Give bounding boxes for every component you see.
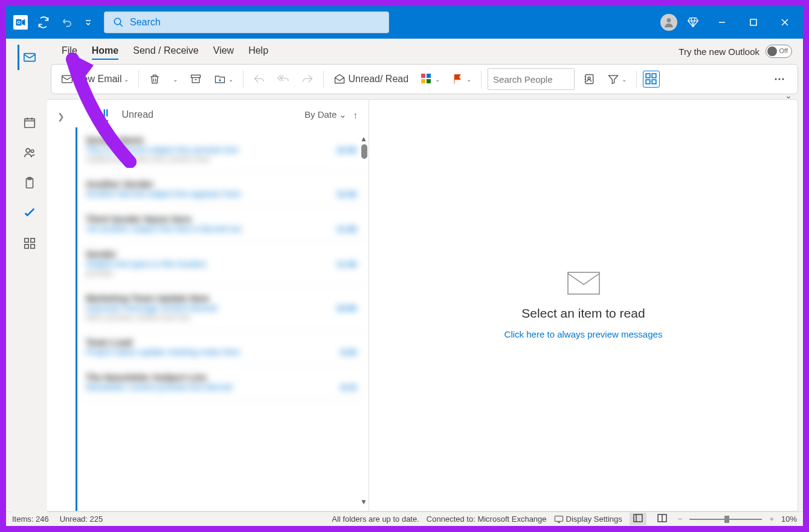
reply-all-icon xyxy=(277,73,289,85)
svg-rect-14 xyxy=(646,74,650,78)
statusbar: Items: 246 Unread: 225 All folders are u… xyxy=(6,511,803,526)
nav-mail[interactable] xyxy=(18,45,40,70)
account-avatar[interactable] xyxy=(660,14,677,31)
svg-rect-27 xyxy=(25,239,28,242)
svg-point-18 xyxy=(775,79,777,80)
reply-button[interactable] xyxy=(250,71,269,88)
zoom-in-button[interactable]: + xyxy=(769,514,774,524)
svg-rect-10 xyxy=(421,79,425,83)
more-button[interactable] xyxy=(770,71,789,88)
svg-rect-29 xyxy=(25,245,28,248)
sort-direction-button[interactable]: ↑ xyxy=(353,110,358,120)
svg-rect-30 xyxy=(31,245,34,248)
svg-rect-16 xyxy=(646,80,650,84)
svg-point-3 xyxy=(114,18,121,25)
nav-calendar[interactable] xyxy=(18,110,41,135)
forward-button[interactable] xyxy=(298,71,317,88)
svg-rect-31 xyxy=(568,272,599,294)
trash-icon xyxy=(149,73,161,85)
search-box[interactable] xyxy=(104,11,389,33)
archive-button[interactable] xyxy=(186,71,205,88)
nav-people[interactable] xyxy=(18,140,41,165)
calendar-icon xyxy=(23,116,36,129)
flag-button[interactable]: ⌄ xyxy=(448,71,475,88)
menu-help[interactable]: Help xyxy=(248,43,268,60)
tab-all[interactable]: All xyxy=(96,108,108,121)
apps-grid-icon xyxy=(23,237,36,250)
view-normal-button[interactable] xyxy=(630,513,646,525)
nav-todo[interactable] xyxy=(18,200,41,226)
close-button[interactable] xyxy=(772,10,798,34)
svg-rect-28 xyxy=(31,239,34,242)
status-folders: All folders are up to date. xyxy=(332,514,419,524)
move-icon xyxy=(214,73,226,85)
sort-button[interactable]: By Date ⌄ xyxy=(305,109,347,120)
status-items-count: Items: 246 xyxy=(12,514,49,524)
undo-button[interactable] xyxy=(59,14,76,31)
sync-button[interactable] xyxy=(35,14,52,31)
address-book-button[interactable] xyxy=(579,71,599,88)
svg-rect-22 xyxy=(25,119,35,128)
search-icon xyxy=(113,17,124,28)
clipboard-icon xyxy=(23,176,36,190)
view-tiles-button[interactable] xyxy=(643,71,660,88)
svg-point-24 xyxy=(31,150,34,153)
menu-home[interactable]: Home xyxy=(92,43,118,60)
ribbon: New Email ⌄ ⌄ ⌄ Unread/ Read xyxy=(51,64,798,94)
message-list: ❯ All Unread By Date ⌄ ↑ Sender NameThis… xyxy=(47,100,369,511)
categorize-button[interactable]: ⌄ xyxy=(417,71,443,88)
svg-rect-8 xyxy=(421,74,425,78)
try-new-outlook-label: Try the new Outlook xyxy=(678,46,759,57)
nav-more-apps[interactable] xyxy=(18,231,41,256)
zoom-slider[interactable] xyxy=(689,519,762,520)
message-item[interactable]: Marketing Team Update NowImportant messa… xyxy=(77,286,369,330)
outlook-app-icon xyxy=(13,15,28,30)
svg-rect-32 xyxy=(555,516,562,521)
folder-pane-expand[interactable]: ❯ xyxy=(57,112,65,121)
message-item[interactable]: Sender NameThis is a blurred subject lin… xyxy=(77,127,369,171)
unread-read-button[interactable]: Unread/ Read xyxy=(330,71,412,88)
delete-dropdown[interactable]: ⌄ xyxy=(169,74,181,85)
menu-send-receive[interactable]: Send / Receive xyxy=(133,43,199,60)
search-people-input[interactable] xyxy=(488,68,575,90)
status-unread-count: Unread: 225 xyxy=(60,514,103,524)
tab-unread[interactable]: Unread xyxy=(121,109,153,120)
reply-all-button[interactable] xyxy=(274,71,293,88)
maximize-button[interactable] xyxy=(740,10,767,34)
message-item[interactable]: SenderSubject text goes in this location… xyxy=(77,242,369,286)
zoom-out-button[interactable]: − xyxy=(678,514,683,524)
svg-rect-9 xyxy=(427,74,431,78)
scroll-up-arrow[interactable]: ▲ xyxy=(360,135,367,143)
titlebar xyxy=(6,6,803,39)
scrollbar-thumb[interactable] xyxy=(361,144,367,159)
premium-diamond-icon[interactable] xyxy=(682,14,704,31)
svg-point-19 xyxy=(779,79,781,80)
message-item[interactable]: Another SenderAnother blurred subject li… xyxy=(77,171,369,207)
scroll-down-arrow[interactable]: ▼ xyxy=(360,498,367,506)
zoom-level: 10% xyxy=(781,514,797,524)
svg-point-20 xyxy=(782,79,784,80)
nav-tasks[interactable] xyxy=(18,170,41,196)
envelope-large-icon xyxy=(567,271,601,298)
menu-view[interactable]: View xyxy=(213,43,234,60)
menu-file[interactable]: File xyxy=(62,43,77,60)
search-input[interactable] xyxy=(130,17,380,28)
reading-pane-title: Select an item to read xyxy=(521,306,645,321)
svg-point-23 xyxy=(26,149,30,152)
filter-button[interactable]: ⌄ xyxy=(604,71,630,88)
minimize-button[interactable] xyxy=(709,10,735,34)
display-settings-button[interactable]: Display Settings xyxy=(554,514,622,524)
view-reading-button[interactable] xyxy=(654,513,671,525)
svg-point-2 xyxy=(18,22,20,24)
new-email-button[interactable]: New Email ⌄ xyxy=(57,71,132,88)
message-item[interactable]: Third Sender Name HereYet another subjec… xyxy=(77,207,369,242)
svg-rect-6 xyxy=(62,75,73,83)
always-preview-link[interactable]: Click here to always preview messages xyxy=(504,329,663,339)
message-item[interactable]: The Newsletter Subject LineNewsletter co… xyxy=(77,365,369,400)
try-new-outlook-toggle[interactable]: Off xyxy=(765,45,792,58)
ribbon-collapse-button[interactable]: ⌄ xyxy=(785,91,792,100)
message-item[interactable]: Team LeadProject status update meeting n… xyxy=(77,330,369,365)
qat-dropdown[interactable] xyxy=(83,14,93,31)
move-button[interactable]: ⌄ xyxy=(210,71,237,88)
delete-button[interactable] xyxy=(145,71,164,88)
